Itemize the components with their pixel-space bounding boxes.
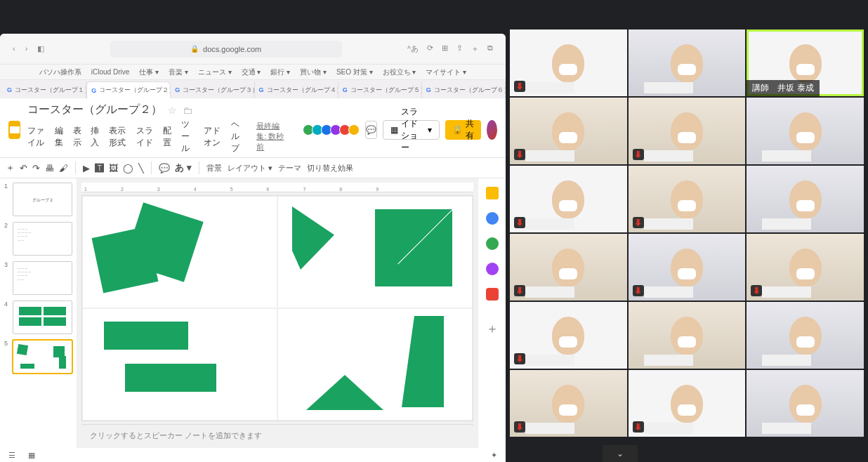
menu-item[interactable]: 挿入 bbox=[91, 125, 100, 149]
video-tile[interactable]: 講師 井坂 泰成 bbox=[747, 29, 864, 96]
comment-icon[interactable]: 💬 bbox=[159, 163, 170, 173]
share-icon[interactable]: ⇪ bbox=[456, 44, 463, 54]
slide-thumb[interactable]: グループ２ bbox=[13, 183, 72, 216]
image-icon[interactable]: 🖼 bbox=[109, 163, 118, 173]
browser-tab[interactable]: Gコースター（グループ１） - Googl… bbox=[3, 81, 86, 98]
bookmark-item[interactable]: お役立ち ▾ bbox=[383, 67, 416, 77]
comments-button[interactable]: 💬 bbox=[365, 121, 377, 139]
browser-tab[interactable]: Gコースター（グループ２） - Googl… bbox=[86, 81, 171, 98]
star-icon[interactable]: ☆ bbox=[168, 105, 177, 116]
video-tile[interactable] bbox=[747, 166, 864, 232]
menu-item[interactable]: アドオン bbox=[204, 125, 223, 149]
video-tile[interactable] bbox=[510, 370, 627, 437]
bookmark-item[interactable]: 交通 ▾ bbox=[242, 67, 261, 77]
video-tile[interactable] bbox=[747, 234, 864, 301]
browser-tab[interactable]: Gコースター（グループ５） - Googl… bbox=[338, 81, 422, 98]
bookmark-item[interactable]: 仕事 ▾ bbox=[139, 67, 159, 77]
browser-tab[interactable]: Gコースター（グループ６） - Googl… bbox=[422, 81, 506, 98]
video-tile[interactable] bbox=[510, 29, 627, 96]
slide-canvas[interactable] bbox=[81, 195, 473, 421]
video-tile[interactable] bbox=[747, 98, 864, 164]
slides-logo-icon[interactable] bbox=[8, 121, 20, 139]
explore-icon[interactable]: ✦ bbox=[491, 451, 497, 460]
doc-title[interactable]: コースター（グループ２） bbox=[27, 103, 162, 117]
bookmark-item[interactable]: 銀行 ▾ bbox=[270, 67, 290, 77]
back-icon[interactable]: ‹ bbox=[13, 44, 15, 53]
move-icon[interactable]: 🗀 bbox=[183, 105, 192, 116]
video-tile[interactable] bbox=[510, 98, 627, 164]
slide-thumb[interactable] bbox=[13, 340, 72, 374]
green-trapezoid[interactable] bbox=[402, 316, 444, 407]
account-avatar[interactable] bbox=[487, 120, 497, 140]
bookmark-item[interactable]: 買い物 ▾ bbox=[300, 67, 327, 77]
slide-thumb[interactable]: ― ― ―― ― ― ―― ― ―― ― bbox=[13, 261, 72, 295]
reload-icon[interactable]: ⟳ bbox=[427, 44, 433, 54]
menu-item[interactable]: ヘルプ bbox=[231, 119, 245, 154]
video-tile[interactable] bbox=[629, 166, 746, 232]
shape-icon[interactable]: ◯ bbox=[123, 163, 133, 173]
green-rect-2[interactable] bbox=[125, 364, 216, 392]
video-tile[interactable] bbox=[629, 29, 746, 96]
video-tile[interactable] bbox=[510, 166, 627, 232]
video-tile[interactable] bbox=[747, 370, 864, 437]
calendar-icon[interactable] bbox=[486, 187, 499, 199]
select-icon[interactable]: ▶ bbox=[83, 163, 90, 173]
theme-button[interactable]: テーマ bbox=[278, 163, 301, 173]
redo-icon[interactable]: ↷ bbox=[32, 163, 40, 173]
slide-thumb[interactable]: ― ― ―― ― ― ―― ― ―― ― bbox=[13, 222, 72, 256]
menu-item[interactable]: 編集 bbox=[55, 125, 64, 149]
add-panel-icon[interactable]: ＋ bbox=[486, 320, 499, 337]
filmstrip[interactable]: 1グループ２2― ― ―― ― ― ―― ― ―― ―3― ― ―― ― ― ―… bbox=[0, 178, 77, 448]
video-tile[interactable] bbox=[747, 302, 864, 369]
menu-item[interactable]: 表示形式 bbox=[109, 125, 128, 149]
bookmark-item[interactable]: マイサイト ▾ bbox=[426, 67, 466, 77]
paint-icon[interactable]: 🖌 bbox=[59, 163, 68, 173]
undo-icon[interactable]: ↶ bbox=[20, 163, 27, 173]
newtab-icon[interactable]: ＋ bbox=[471, 44, 479, 54]
video-tile[interactable] bbox=[629, 370, 746, 437]
browser-tab[interactable]: Gコースター（グループ４） - Googl… bbox=[255, 81, 338, 98]
share-button[interactable]: 🔒 共有 bbox=[445, 120, 481, 140]
bookmark-item[interactable]: パソハ操作系 bbox=[39, 67, 81, 77]
print-icon[interactable]: 🖶 bbox=[45, 163, 54, 173]
collapse-button[interactable]: ⌄ bbox=[603, 445, 638, 462]
menu-item[interactable]: ツール bbox=[181, 119, 195, 154]
tabs-icon[interactable]: ⧉ bbox=[487, 44, 493, 54]
last-edit-text[interactable]: 最終編集: 数秒前 bbox=[256, 121, 289, 152]
green-triangle[interactable] bbox=[306, 375, 383, 410]
address-bar[interactable]: 🔒 docs.google.com bbox=[110, 41, 342, 58]
video-tile[interactable] bbox=[510, 302, 627, 369]
bookmark-item[interactable]: SEO 対策 ▾ bbox=[336, 67, 373, 77]
grid-icon[interactable]: ⊞ bbox=[442, 44, 448, 54]
sidebar-icon[interactable]: ◧ bbox=[37, 44, 44, 53]
video-tile[interactable] bbox=[510, 234, 627, 301]
green-rect-1[interactable] bbox=[104, 322, 188, 350]
text-style-icon[interactable]: あ ▾ bbox=[175, 161, 192, 174]
video-tile[interactable] bbox=[629, 234, 746, 301]
browser-tab[interactable]: Gコースター（グループ３） - Googl… bbox=[171, 81, 254, 98]
layout-button[interactable]: レイアウト ▾ bbox=[228, 163, 272, 173]
video-tile[interactable] bbox=[629, 98, 746, 164]
background-button[interactable]: 背景 bbox=[206, 163, 222, 173]
menu-item[interactable]: スライド bbox=[136, 125, 155, 149]
menu-item[interactable]: 配置 bbox=[163, 125, 172, 149]
transition-button[interactable]: 切り替え効果 bbox=[307, 163, 353, 173]
textbox-icon[interactable]: 🆃 bbox=[95, 163, 104, 173]
keep-icon[interactable] bbox=[486, 212, 499, 225]
view-list-icon[interactable]: ☰ bbox=[8, 451, 15, 460]
menu-item[interactable]: ファイル bbox=[27, 125, 46, 149]
maps-icon[interactable] bbox=[486, 288, 499, 301]
new-slide-icon[interactable]: ＋ bbox=[6, 161, 15, 174]
bookmark-item[interactable]: iCloud Drive bbox=[91, 68, 129, 76]
menu-item[interactable]: 表示 bbox=[73, 125, 82, 149]
present-button[interactable]: ▦ スライドショー ▾ bbox=[383, 120, 440, 140]
collaborator-dot[interactable] bbox=[348, 124, 360, 136]
slide-thumb[interactable] bbox=[13, 301, 72, 334]
green-arrowish[interactable] bbox=[292, 206, 334, 270]
collaborator-avatars[interactable] bbox=[305, 124, 360, 136]
speaker-notes[interactable]: クリックするとスピーカー ノートを追加できます bbox=[81, 424, 473, 448]
forward-icon[interactable]: › bbox=[25, 44, 28, 53]
reader-icon[interactable]: ᴬあ bbox=[407, 44, 419, 54]
bookmark-item[interactable]: 音楽 ▾ bbox=[169, 67, 188, 77]
video-tile[interactable] bbox=[629, 302, 746, 369]
